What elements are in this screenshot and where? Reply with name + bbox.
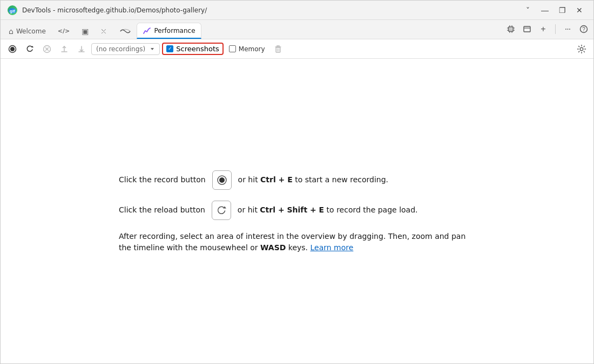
svg-point-35 (580, 47, 583, 51)
svg-point-37 (219, 177, 225, 183)
processor-icon-btn[interactable] (503, 22, 518, 37)
recordings-label: (no recordings) (96, 45, 145, 53)
upload-button[interactable] (57, 42, 72, 57)
screenshots-checkbox-wrapper[interactable]: Screenshots (162, 43, 224, 55)
svg-rect-28 (276, 47, 280, 52)
elements-icon: </> (58, 28, 70, 35)
app-logo: gif (7, 5, 18, 16)
svg-point-18 (10, 47, 15, 51)
devtools-tab-bar: ⌂ Welcome </> ▣ ⛌ Performance (1, 20, 593, 39)
svg-text:gif: gif (10, 9, 15, 13)
main-content-area: Click the record button or hit Ctrl + E … (1, 59, 593, 364)
performance-icon (143, 27, 151, 35)
performance-toolbar: (no recordings) Screenshots Memory (1, 39, 593, 59)
svg-marker-27 (151, 48, 154, 50)
instruction-reload: Click the reload button or hit Ctrl + Sh… (119, 201, 475, 220)
reload-icon-inline (212, 201, 231, 220)
close-btn[interactable]: ✕ (572, 4, 587, 16)
tab-console[interactable]: ▣ (76, 23, 94, 39)
console-icon: ▣ (82, 27, 89, 36)
title-bar: gif DevTools - microsoftedge.github.io/D… (1, 1, 593, 20)
download-button[interactable] (74, 42, 89, 57)
record-button[interactable] (5, 42, 20, 57)
screenshots-checkbox[interactable] (166, 45, 173, 52)
tab-performance-label: Performance (154, 27, 195, 35)
memory-checkbox-wrapper[interactable]: Memory (226, 44, 268, 54)
instructions-panel: Click the record button or hit Ctrl + E … (108, 160, 486, 264)
tab-sources[interactable]: ⛌ (94, 23, 114, 39)
tab-elements[interactable]: </> (52, 23, 76, 39)
dropdown-arrow-icon (150, 47, 155, 51)
delete-recordings-button[interactable] (271, 42, 286, 57)
minimize-btn[interactable]: — (537, 4, 552, 16)
help-btn[interactable]: ? (576, 22, 591, 37)
window-icon-btn[interactable] (519, 22, 535, 37)
svg-rect-13 (524, 26, 530, 32)
window-title: DevTools - microsoftedge.github.io/Demos… (22, 6, 516, 14)
instruction-record-before: Click the record button (119, 174, 206, 186)
record-icon-inline (212, 170, 232, 190)
chevron-btn[interactable]: ˅ (520, 4, 535, 16)
svg-text:?: ? (582, 26, 585, 32)
instruction-reload-middle: or hit Ctrl + Shift + E to record the pa… (238, 204, 418, 216)
settings-button[interactable] (574, 42, 589, 57)
instruction-after: After recording, select an area of inter… (119, 231, 475, 253)
memory-label: Memory (239, 45, 265, 53)
memory-checkbox[interactable] (229, 45, 236, 52)
home-icon: ⌂ (9, 27, 14, 36)
tab-performance[interactable]: Performance (137, 23, 201, 39)
learn-more-link[interactable]: Learn more (310, 243, 354, 252)
add-tab-btn[interactable]: + (536, 22, 551, 37)
tab-extras: + ··· ? (503, 22, 591, 39)
restore-btn[interactable]: ❐ (555, 4, 570, 16)
clear-button[interactable] (39, 42, 55, 57)
sources-icon: ⛌ (100, 27, 108, 36)
instruction-after-text: After recording, select an area of inter… (119, 231, 475, 253)
tab-welcome-label: Welcome (16, 28, 46, 35)
screenshots-label: Screenshots (176, 45, 219, 53)
instruction-record: Click the record button or hit Ctrl + E … (119, 170, 475, 190)
instruction-record-middle: or hit Ctrl + E to start a new recording… (238, 174, 388, 186)
svg-rect-4 (510, 28, 512, 31)
more-options-btn[interactable]: ··· (560, 22, 575, 37)
tab-welcome[interactable]: ⌂ Welcome (3, 23, 52, 39)
network-icon (120, 28, 131, 35)
reload-record-button[interactable] (22, 42, 37, 57)
instruction-reload-before: Click the reload button (119, 204, 205, 216)
window-controls: ˅ — ❐ ✕ (520, 4, 587, 16)
recordings-dropdown[interactable]: (no recordings) (91, 43, 160, 55)
tab-network[interactable] (114, 23, 137, 39)
